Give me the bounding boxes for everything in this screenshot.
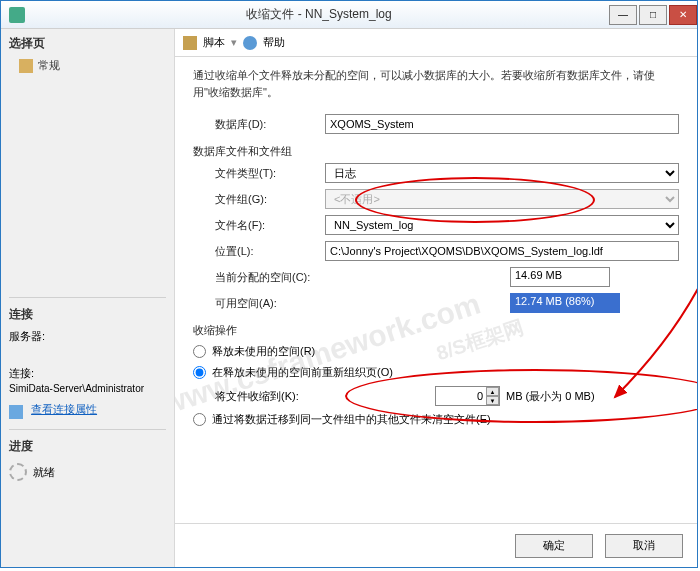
file-name-label: 文件名(F): xyxy=(215,218,325,233)
window-frame: 收缩文件 - NN_System_log — □ ✕ 选择页 常规 连接 服务器… xyxy=(0,0,698,568)
page-icon xyxy=(19,59,33,73)
button-bar: 确定 取消 xyxy=(175,523,697,567)
shrink-action-header: 收缩操作 xyxy=(193,323,679,338)
available-label: 可用空间(A): xyxy=(215,296,365,311)
app-icon xyxy=(9,7,25,23)
view-connection-props-link[interactable]: 查看连接属性 xyxy=(31,403,97,415)
progress-status: 就绪 xyxy=(33,465,55,480)
progress-header: 进度 xyxy=(9,438,166,455)
toolbar-separator: ▾ xyxy=(231,36,237,49)
radio-empty-label: 通过将数据迁移到同一文件组中的其他文件来清空文件(E) xyxy=(212,412,491,427)
file-type-label: 文件类型(T): xyxy=(215,166,325,181)
ok-button[interactable]: 确定 xyxy=(515,534,593,558)
watermark-2: 8/S框架网 xyxy=(433,314,527,367)
file-group-select: <不适用> xyxy=(325,189,679,209)
server-value xyxy=(9,346,166,360)
file-type-select[interactable]: 日志 xyxy=(325,163,679,183)
progress-spinner-icon xyxy=(9,463,27,481)
toolbar: 脚本 ▾ 帮助 xyxy=(175,29,697,57)
radio-release-label: 释放未使用的空间(R) xyxy=(212,344,315,359)
server-label: 服务器: xyxy=(9,329,166,344)
left-nav-pane: 选择页 常规 连接 服务器: 连接: SimiData-Server\Admin… xyxy=(1,29,175,567)
cancel-button[interactable]: 取消 xyxy=(605,534,683,558)
file-name-select[interactable]: NN_System_log xyxy=(325,215,679,235)
content-area: 通过收缩单个文件释放未分配的空间，可以减小数据库的大小。若要收缩所有数据库文件，… xyxy=(175,57,697,523)
script-icon xyxy=(183,36,197,50)
database-label: 数据库(D): xyxy=(215,117,325,132)
spin-down-button[interactable]: ▼ xyxy=(486,396,499,405)
connection-props-icon xyxy=(9,405,23,419)
allocated-label: 当前分配的空间(C): xyxy=(215,270,365,285)
radio-reorganize[interactable] xyxy=(193,366,206,379)
radio-release-unused[interactable] xyxy=(193,345,206,358)
files-group-header: 数据库文件和文件组 xyxy=(193,144,679,159)
description-text: 通过收缩单个文件释放未分配的空间，可以减小数据库的大小。若要收缩所有数据库文件，… xyxy=(193,67,679,100)
location-field xyxy=(325,241,679,261)
right-content-pane: 脚本 ▾ 帮助 通过收缩单个文件释放未分配的空间，可以减小数据库的大小。若要收缩… xyxy=(175,29,697,567)
window-title: 收缩文件 - NN_System_log xyxy=(31,6,607,23)
shrink-to-label: 将文件收缩到(K): xyxy=(215,389,435,404)
nav-general-label: 常规 xyxy=(38,58,60,73)
select-page-header: 选择页 xyxy=(9,35,166,52)
radio-reorganize-label: 在释放未使用的空间前重新组织页(O) xyxy=(212,365,393,380)
spin-up-button[interactable]: ▲ xyxy=(486,387,499,396)
help-button[interactable]: 帮助 xyxy=(263,35,285,50)
conn-label: 连接: xyxy=(9,366,166,381)
database-field xyxy=(325,114,679,134)
titlebar[interactable]: 收缩文件 - NN_System_log — □ ✕ xyxy=(1,1,697,29)
script-button[interactable]: 脚本 xyxy=(203,35,225,50)
radio-empty-file[interactable] xyxy=(193,413,206,426)
connection-header: 连接 xyxy=(9,306,166,323)
available-value: 12.74 MB (86%) xyxy=(510,293,620,313)
close-button[interactable]: ✕ xyxy=(669,5,697,25)
location-label: 位置(L): xyxy=(215,244,325,259)
nav-general[interactable]: 常规 xyxy=(9,56,166,75)
file-group-label: 文件组(G): xyxy=(215,192,325,207)
conn-value: SimiData-Server\Administrator xyxy=(9,383,166,394)
help-icon xyxy=(243,36,257,50)
minimize-button[interactable]: — xyxy=(609,5,637,25)
maximize-button[interactable]: □ xyxy=(639,5,667,25)
shrink-to-unit: MB (最小为 0 MB) xyxy=(506,389,595,404)
allocated-value: 14.69 MB xyxy=(510,267,610,287)
